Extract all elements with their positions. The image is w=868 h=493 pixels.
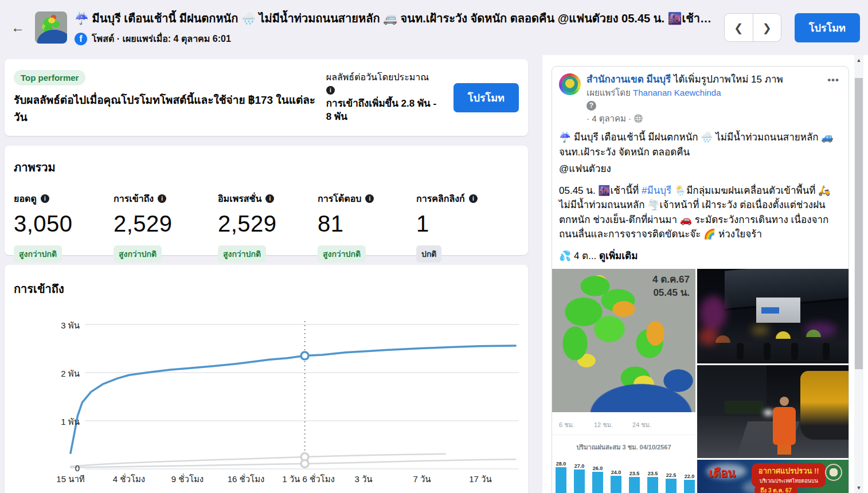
overview-card: ภาพรวม ยอดดูi 3,050 สูงกว่าปกติ การเข้าถ… [5, 146, 528, 255]
x-axis-tick: 1 วัน 6 ชั่วโมง [282, 472, 335, 486]
post-paragraph: ☔ มีนบุรี เตือนเช้านี้ มีฝนตกหนัก 🌧️ ไม่… [559, 130, 842, 159]
publisher-line: เผยแพร่โดย Thananan Kaewchinda [587, 87, 819, 99]
metric-value: 2,529 [114, 211, 218, 237]
radar-map-photo[interactable]: 4 ต.ค.67 05.45 น. [552, 269, 695, 412]
post-action-text: ได้เพิ่มรูปภาพใหม่ 15 ภาพ [671, 74, 783, 85]
metric-label: การโต้ตอบ [318, 191, 361, 206]
x-axis-tick: 17 วัน [469, 472, 492, 486]
rain-bars: 28.027.026.024.023.523.522.522.0 [552, 456, 695, 493]
y-axis-tick: 2 พัน [38, 367, 80, 381]
estimated-results-label: ผลลัพธ์ต่อวันโดยประมาณ [326, 71, 441, 84]
poster-date: ถึง 3 ต.ค. 67 [754, 485, 797, 493]
metric-interactions: การโต้ตอบi 81 สูงกว่าปกติ [318, 191, 416, 263]
post-paragraph: 05.45 น. 🌆เช้านี้ที่ #มีนบุรี 🌦️มีกลุ่มเ… [559, 183, 842, 242]
metrics-row: ยอดดูi 3,050 สูงกว่าปกติ การเข้าถึงi 2,5… [14, 191, 519, 263]
x-axis-tick: 7 วัน [413, 472, 431, 486]
hashtag-link[interactable]: #มีนบุรี [642, 185, 671, 196]
estimated-results-value: การเข้าถึงเพิ่มขึ้น 2.8 พัน - 8 พัน [326, 97, 441, 124]
info-icon[interactable]: i [469, 194, 478, 203]
worker-raincoat-photo[interactable] [697, 365, 849, 458]
header-text: ☔ มีนบุรี เตือนเช้านี้ มีฝนตกหนัก 🌧️ ไม่… [75, 9, 717, 46]
back-arrow-icon[interactable]: ← [8, 18, 28, 37]
estimated-results: ผลลัพธ์ต่อวันโดยประมาณ i การเข้าถึงเพิ่ม… [326, 71, 441, 123]
scrollbar[interactable]: ▲ ▼ [854, 55, 863, 493]
globe-privacy-icon: 🌐 [634, 114, 643, 124]
rain-bar: 23.5 [629, 471, 640, 493]
info-icon[interactable]: i [265, 194, 274, 203]
post-title: ☔ มีนบุรี เตือนเช้านี้ มีฝนตกหนัก 🌧️ ไม่… [75, 9, 717, 28]
rain-tab: 12 ชม. [594, 420, 613, 430]
metric-value: 81 [318, 211, 416, 237]
night-street-photo[interactable] [697, 269, 849, 363]
post-navigation: ❮ ❯ [724, 13, 781, 42]
poster-title: อากาศแปรปรวน !! [754, 465, 823, 477]
metric-views: ยอดดูi 3,050 สูงกว่าปกติ [14, 191, 114, 263]
info-icon[interactable]: i [365, 194, 374, 203]
post-body-text: ☔ มีนบุรี เตือนเช้านี้ มีฝนตกหนัก 🌧️ ไม่… [559, 130, 842, 263]
info-icon[interactable]: i [326, 86, 335, 95]
x-axis-tick: 15 นาที [56, 472, 84, 486]
metric-value: 1 [416, 211, 519, 237]
post-header-line: สำนักงานเขต มีนบุรี ได้เพิ่มรูปภาพใหม่ 1… [587, 73, 819, 87]
reach-line-chart[interactable] [5, 265, 528, 493]
post-header: สำนักงานเขต มีนบุรี ได้เพิ่มรูปภาพใหม่ 1… [559, 73, 842, 124]
post-publish-info: โพสต์ · เผยแพร่เมื่อ: 4 ตุลาคม 6:01 [92, 32, 231, 46]
see-more-link[interactable]: ดูเพิ่มเติม [599, 251, 638, 261]
metric-label: อิมเพรสชั่น [218, 191, 261, 206]
reach-chart-card: การเข้าถึง 3 พัน 2 พัน 1 พัน 0 15 นาที 4… [5, 265, 528, 493]
insights-column: Top performer รับผลลัพธ์ต่อไปเมื่อคุณโปร… [5, 55, 528, 493]
question-mark-icon[interactable]: ? [587, 101, 596, 111]
post-paragraph: 💦 4 ต... ดูเพิ่มเติม [559, 249, 842, 264]
rain-bar: 26.0 [592, 465, 603, 493]
top-performer-text: Top performer รับผลลัพธ์ต่อไปเมื่อคุณโปร… [14, 70, 316, 126]
post-date-line: · 4 ตุลาคม · 🌐 [587, 113, 819, 124]
status-badge: สูงกว่าปกติ [14, 245, 62, 263]
page-avatar[interactable] [559, 73, 581, 95]
header: ← ☔ มีนบุรี เตือนเช้านี้ มีฝนตกหนัก 🌧️ ไ… [0, 0, 868, 55]
previous-post-button[interactable]: ❮ [725, 14, 753, 41]
rain-accumulation-photo[interactable]: 6 ชม. 12 ชม. 24 ชม. ปริมาณฝนสะสม 3 ชม. 0… [552, 414, 695, 493]
scroll-up-icon[interactable]: ▲ [854, 55, 863, 65]
promote-button-card[interactable]: โปรโมท [453, 83, 519, 112]
post-card: สำนักงานเขต มีนบุรี ได้เพิ่มรูปภาพใหม่ 1… [552, 66, 849, 493]
radar-timestamp: 4 ต.ค.67 05.45 น. [652, 273, 690, 300]
x-axis-tick: 3 วัน [354, 472, 372, 486]
more-options-icon[interactable]: ••• [825, 73, 842, 124]
info-icon[interactable]: i [41, 194, 49, 203]
rain-chart-tabs: 6 ชม. 12 ชม. 24 ชม. [552, 414, 695, 435]
metric-label: ยอดดู [14, 191, 37, 206]
poster-seal-logo [825, 464, 842, 481]
metric-reach: การเข้าถึงi 2,529 สูงกว่าปกติ [114, 191, 218, 263]
rain-tab: 24 ชม. [632, 420, 651, 430]
facebook-icon: f [75, 33, 87, 45]
overview-title: ภาพรวม [14, 158, 519, 177]
top-performer-message: รับผลลัพธ์ต่อไปเมื่อคุณโปรโมทโพสต์นี้และ… [14, 91, 316, 126]
poster-warning-text: เตือน [709, 464, 736, 482]
rain-bar: 27.0 [574, 463, 585, 493]
y-axis-tick: 3 พัน [38, 319, 80, 332]
post-insights-page: ← ☔ มีนบุรี เตือนเช้านี้ มีฝนตกหนัก 🌧️ ไ… [0, 0, 868, 493]
poster-subtitle: บริเวณประเทศไทยตอนบน [754, 477, 823, 485]
x-axis-tick: 9 ชั่วโมง [171, 472, 204, 486]
info-icon[interactable]: i [158, 194, 166, 203]
metric-label: การคลิกลิงก์ [416, 191, 465, 206]
next-post-button[interactable]: ❯ [753, 14, 781, 41]
page-name-link[interactable]: สำนักงานเขต มีนบุรี [587, 74, 671, 85]
rain-bar: 23.5 [647, 471, 658, 493]
post-preview-panel: สำนักงานเขต มีนบุรี ได้เพิ่มรูปภาพใหม่ 1… [542, 55, 868, 493]
rain-bar: 24.0 [611, 469, 621, 493]
top-performer-badge: Top performer [14, 70, 85, 85]
rain-tab: 6 ชม. [559, 420, 574, 430]
metric-label: การเข้าถึง [114, 191, 154, 206]
x-axis-tick: 4 ชั่วโมง [113, 472, 145, 486]
post-thumbnail [35, 11, 67, 44]
top-performer-card: Top performer รับผลลัพธ์ต่อไปเมื่อคุณโปร… [5, 59, 528, 136]
promote-button-header[interactable]: โปรโมท [795, 13, 860, 42]
post-subtitle-row: f โพสต์ · เผยแพร่เมื่อ: 4 ตุลาคม 6:01 [75, 32, 717, 46]
metric-value: 2,529 [218, 211, 318, 237]
weather-warning-poster-photo[interactable]: เตือน อากาศแปรปรวน !! บริเวณประเทศไทยตอน… [697, 460, 849, 493]
x-axis-tick: 16 ชั่วโมง [228, 472, 265, 486]
scroll-down-icon[interactable]: ▼ [854, 483, 863, 493]
scrollbar-thumb[interactable] [855, 78, 863, 369]
publisher-link[interactable]: Thananan Kaewchinda [633, 88, 721, 97]
